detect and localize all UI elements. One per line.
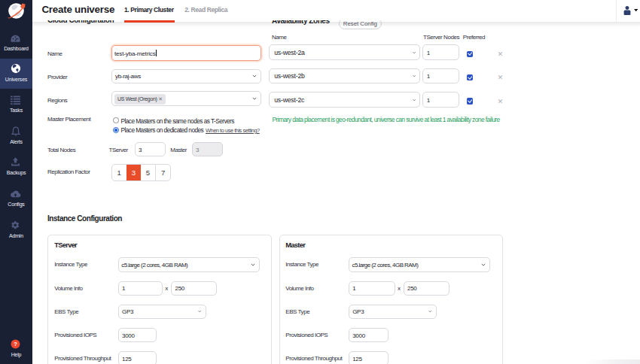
- svg-text:?: ?: [14, 341, 17, 347]
